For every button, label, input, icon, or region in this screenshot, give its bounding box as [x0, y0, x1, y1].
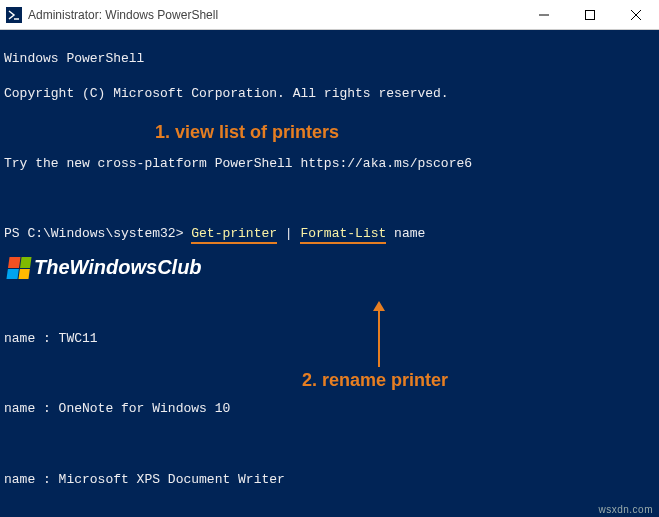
- banner-line: Windows PowerShell: [4, 50, 655, 68]
- banner-line: Copyright (C) Microsoft Corporation. All…: [4, 85, 655, 103]
- close-button[interactable]: [613, 0, 659, 30]
- printer-entry: name : Microsoft XPS Document Writer: [4, 471, 655, 489]
- powershell-icon: [6, 7, 22, 23]
- window-title: Administrator: Windows PowerShell: [28, 8, 521, 22]
- cmdlet-format-list: Format-List: [300, 226, 386, 244]
- printer-entry: name : OneNote for Windows 10: [4, 400, 655, 418]
- minimize-button[interactable]: [521, 0, 567, 30]
- watermark: TheWindowsClub: [8, 256, 202, 279]
- windows-flag-icon: [6, 257, 31, 279]
- printer-entry: name : TWC11: [4, 330, 655, 348]
- cmdlet-get-printer: Get-printer: [191, 226, 277, 244]
- arrow-annotation: [378, 309, 380, 367]
- maximize-button[interactable]: [567, 0, 613, 30]
- window-titlebar: Administrator: Windows PowerShell: [0, 0, 659, 30]
- svg-rect-3: [586, 10, 595, 19]
- watermark-text: TheWindowsClub: [34, 256, 202, 279]
- command-line-1: PS C:\Windows\system32> Get-printer | Fo…: [4, 225, 655, 243]
- banner-line: Try the new cross-platform PowerShell ht…: [4, 155, 655, 173]
- footer-credit: wsxdn.com: [598, 504, 653, 515]
- annotation-step-1: 1. view list of printers: [155, 122, 339, 143]
- annotation-step-2: 2. rename printer: [302, 370, 448, 391]
